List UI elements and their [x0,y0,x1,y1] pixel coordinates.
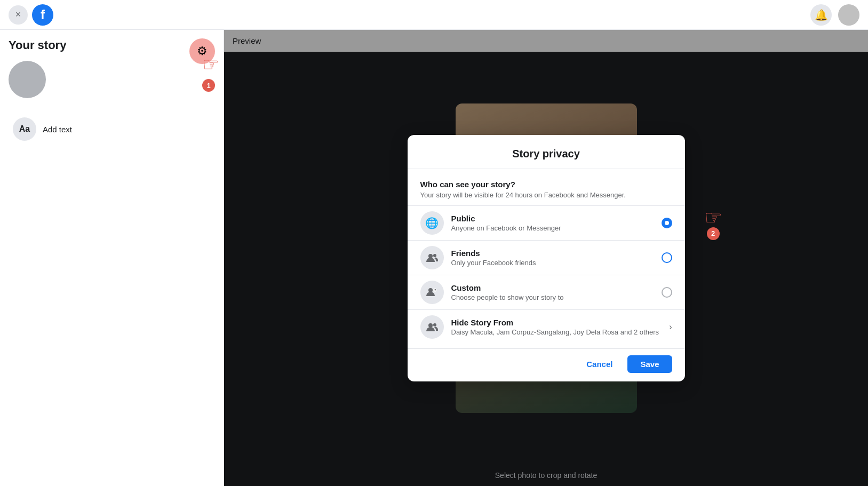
cursor-badge-2: 2 [707,227,720,240]
privacy-option-custom[interactable]: Custom Choose people to show your story … [408,275,685,309]
modal-actions: Cancel Save [408,348,685,373]
user-avatar-button[interactable] [838,4,859,26]
add-text-icon: Aa [13,117,36,141]
custom-option-subtitle: Choose people to show your story to [451,293,654,301]
public-radio[interactable] [662,218,672,228]
gear-badge: 1 [202,79,215,92]
sidebar: Your story ⚙ ☞ 1 Aa Add text [0,30,224,486]
top-bar-left: × f [9,4,53,26]
user-story-avatar [9,61,46,98]
custom-radio[interactable] [662,287,672,298]
modal-title: Story privacy [408,148,685,169]
your-story-title: Your story [9,38,66,52]
public-option-subtitle: Anyone on Facebook or Messenger [451,224,654,232]
friends-option-subtitle: Only your Facebook friends [451,259,654,267]
public-option-text: Public Anyone on Facebook or Messenger [451,214,654,232]
hide-option-subtitle: Daisy Macula, Jam Corpuz-Sangalang, Joy … [451,328,662,336]
cursor-area-2: ☞ 2 [704,206,722,240]
facebook-logo: f [32,4,53,26]
modal-overlay: Story privacy Who can see your story? Yo… [224,30,868,486]
cancel-button[interactable]: Cancel [578,355,621,373]
svg-point-6 [428,323,433,328]
friends-option-title: Friends [451,249,654,258]
add-text-label: Add text [43,125,72,134]
hide-icon [420,315,444,339]
friends-radio[interactable] [662,252,672,263]
save-button[interactable]: Save [627,355,672,373]
privacy-option-hide[interactable]: Hide Story From Daisy Macula, Jam Corpuz… [408,309,685,344]
custom-option-text: Custom Choose people to show your story … [451,283,654,301]
close-button[interactable]: × [9,5,28,25]
story-privacy-modal: Story privacy Who can see your story? Yo… [408,135,685,381]
notification-button[interactable]: 🔔 [810,4,832,26]
hide-chevron-icon: › [669,322,672,332]
gear-area: ⚙ ☞ 1 [172,38,215,92]
sidebar-title-block: Your story [9,38,66,107]
privacy-option-friends[interactable]: Friends Only your Facebook friends [408,240,685,275]
svg-point-2 [428,288,433,292]
friends-icon [420,246,444,269]
main-layout: Your story ⚙ ☞ 1 Aa Add text Preview Sel… [0,30,868,486]
public-option-title: Public [451,214,654,223]
sidebar-header: Your story ⚙ ☞ 1 [9,38,215,107]
custom-icon [420,281,444,304]
hide-option-title: Hide Story From [451,318,662,327]
svg-point-7 [433,323,436,326]
modal-section-title: Who can see your story? [408,173,685,191]
custom-option-title: Custom [451,283,654,292]
public-icon: 🌐 [420,211,444,235]
cursor-hand-2: ☞ [704,206,722,229]
preview-area: Preview Select photo to crop and rotate … [224,30,868,486]
svg-point-0 [428,254,433,258]
hide-option-text: Hide Story From Daisy Macula, Jam Corpuz… [451,318,662,336]
cursor-hand-1: ☞ [202,53,219,76]
top-bar-right: 🔔 [810,4,859,26]
privacy-option-public[interactable]: 🌐 Public Anyone on Facebook or Messenger… [408,205,685,240]
svg-point-1 [433,254,436,257]
close-icon: × [15,9,21,20]
top-bar: × f 🔔 [0,0,868,30]
add-text-item[interactable]: Aa Add text [9,113,215,145]
notification-icon: 🔔 [815,9,828,21]
friends-option-text: Friends Only your Facebook friends [451,249,654,267]
modal-section-desc: Your story will be visible for 24 hours … [408,191,685,205]
